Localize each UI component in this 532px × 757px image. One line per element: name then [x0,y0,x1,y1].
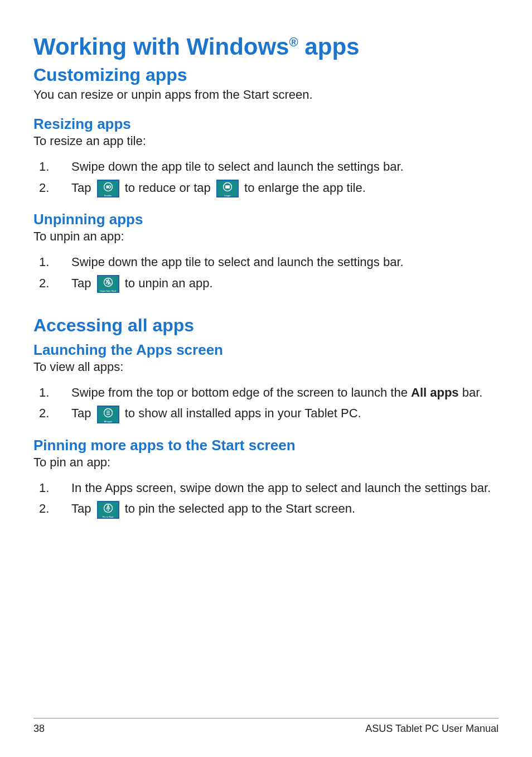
step-number: 2. [39,180,49,196]
step-number: 1. [39,158,49,175]
step-text: Swipe down the app tile to select and la… [71,160,404,173]
list-item: 2. Tap All apps to show all installed ap… [33,405,499,423]
step-text: Swipe from the top or bottom edge of the… [71,385,411,399]
step-text: Tap [71,181,95,195]
intro-customizing: You can resize or unpin apps from the St… [33,88,499,102]
icon-label: Larger [217,195,238,197]
title-pre: Working with Windows [33,33,289,60]
icon-label: Unpin from Start [98,290,118,292]
step-number: 2. [39,275,49,292]
step-text: Tap [71,276,95,290]
step-text: to unpin an app. [125,276,213,290]
intro-launching: To view all apps: [33,360,499,374]
list-item: 1. Swipe down the app tile to select and… [33,158,499,175]
all-apps-icon: All apps [97,406,119,423]
list-item: 2. Tap Pin to Start to pin the selected … [33,500,499,518]
icon-label: Smaller [98,195,118,197]
step-text: Swipe down the app tile to select and la… [71,255,404,269]
list-item: 1. Swipe from the top or bottom edge of … [33,384,499,401]
list-item: 2. Tap Unpin from Start to unpin an app. [33,275,499,293]
step-text: to show all installed apps in your Table… [125,406,361,420]
list-launching: 1. Swipe from the top or bottom edge of … [33,384,499,423]
list-unpinning: 1. Swipe down the app tile to select and… [33,254,499,293]
heading-accessing: Accessing all apps [33,315,499,336]
page-number: 38 [33,723,45,735]
heading-resizing: Resizing apps [33,115,499,133]
heading-pinning: Pinning more apps to the Start screen [33,437,499,454]
step-number: 1. [39,480,49,496]
svg-rect-3 [225,185,230,189]
smaller-icon: Smaller [97,180,119,197]
step-number: 2. [39,405,49,422]
step-number: 1. [39,254,49,271]
heading-customizing: Customizing apps [33,65,499,85]
step-text: Tap [71,406,95,420]
list-item: 1. Swipe down the app tile to select and… [33,254,499,271]
heading-unpinning: Unpinning apps [33,211,499,228]
icon-label: All apps [98,421,118,423]
step-text: to enlarge the app tile. [244,181,366,195]
manual-name: ASUS Tablet PC User Manual [365,723,499,735]
step-text-bold: All apps [411,385,459,399]
svg-rect-1 [106,185,109,188]
page-footer: 38 ASUS Tablet PC User Manual [33,718,499,735]
step-text: to pin the selected app to the Start scr… [125,502,355,515]
step-number: 2. [39,500,49,517]
larger-icon: Larger [216,180,239,197]
intro-resizing: To resize an app tile: [33,134,499,148]
step-text: Tap [71,502,95,515]
page-title: Working with Windows® apps [33,33,499,60]
list-resizing: 1. Swipe down the app tile to select and… [33,158,499,197]
intro-pinning: To pin an app: [33,455,499,470]
intro-unpinning: To unpin an app: [33,229,499,244]
list-item: 2. Tap Smaller to reduce or tap Larger t… [33,180,499,197]
unpin-icon: Unpin from Start [97,275,119,293]
pin-to-start-icon: Pin to Start [97,501,119,519]
step-text: to reduce or tap [125,181,214,195]
step-text: bar. [459,385,483,399]
step-number: 1. [39,384,49,401]
title-sup: ® [289,35,298,49]
list-pinning: 1. In the Apps screen, swipe down the ap… [33,480,499,519]
step-text: In the Apps screen, swipe down the app t… [71,481,491,495]
list-item: 1. In the Apps screen, swipe down the ap… [33,480,499,496]
title-post: apps [298,33,360,60]
heading-launching: Launching the Apps screen [33,341,499,359]
icon-label: Pin to Start [98,516,118,518]
